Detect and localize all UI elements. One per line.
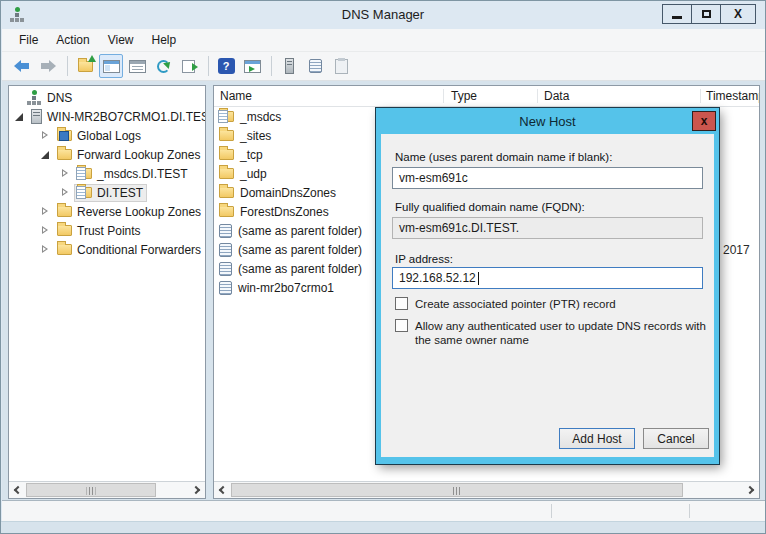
menu-bar: File Action View Help [2, 29, 766, 52]
minimize-button[interactable] [662, 4, 692, 24]
record-name: _tcp [240, 148, 263, 162]
ip-input[interactable]: 192.168.52.12 [392, 267, 703, 289]
chevron-right-icon [746, 486, 754, 494]
zone-folder-icon [77, 187, 92, 198]
record-name: _udp [240, 167, 267, 181]
record-name: win-mr2bo7crmo1 [238, 281, 334, 295]
server-tool-button[interactable] [277, 54, 301, 78]
close-button[interactable]: X [720, 4, 756, 24]
tree-item-global-logs[interactable]: Global Logs [9, 126, 205, 145]
ip-value: 192.168.52.12 [399, 271, 476, 285]
collapse-icon[interactable] [13, 110, 26, 123]
expand-icon[interactable] [59, 186, 72, 199]
tree-item-reverse-lookup-zones[interactable]: Reverse Lookup Zones [9, 202, 205, 221]
scroll-left-button[interactable] [9, 482, 25, 498]
expand-icon[interactable] [59, 167, 72, 180]
expand-icon[interactable] [39, 224, 52, 237]
export-folder-button[interactable] [73, 54, 97, 78]
zone-folder-icon [219, 111, 234, 122]
scrollbar-thumb[interactable] [231, 483, 683, 497]
column-divider [443, 89, 444, 103]
dialog-title: New Host [519, 114, 575, 129]
dialog-title-bar: New Host [381, 108, 714, 134]
menu-action[interactable]: Action [47, 29, 98, 52]
dialog-body: Name (uses parent domain name if blank):… [381, 134, 714, 457]
status-bar [2, 500, 766, 521]
tree-item-server[interactable]: WIN-MR2BO7CRMO1.DI.TEST [9, 107, 205, 126]
column-header-timestamp[interactable]: Timestamp [706, 86, 759, 107]
ip-label: IP address: [395, 253, 453, 265]
ptr-checkbox-row: Create associated pointer (PTR) record [395, 297, 616, 311]
selected-tree-item[interactable]: DI.TEST [74, 184, 147, 202]
properties-icon [129, 60, 146, 73]
folder-icon [219, 168, 234, 179]
forward-button[interactable] [36, 54, 60, 78]
name-input[interactable]: vm-esm691c [392, 167, 703, 189]
column-divider [700, 89, 701, 103]
tree-item-label: Forward Lookup Zones [77, 148, 200, 162]
record-icon [219, 224, 232, 238]
tree-item-di-test-zone[interactable]: DI.TEST [9, 183, 205, 202]
zone-folder-icon [77, 168, 92, 179]
record-name: _sites [240, 129, 271, 143]
expand-icon[interactable] [39, 243, 52, 256]
record-name: (same as parent folder) [238, 262, 362, 276]
window-frame-bottom [1, 521, 766, 534]
menu-view[interactable]: View [99, 29, 143, 52]
expand-icon[interactable] [39, 205, 52, 218]
console-tree-toggle-button[interactable] [99, 54, 123, 78]
statusbar-divider [551, 504, 552, 518]
collapse-icon[interactable] [39, 148, 52, 161]
toolbar-separator [67, 56, 68, 76]
folder-icon [219, 206, 234, 217]
refresh-button[interactable] [151, 54, 175, 78]
tree-item-forward-lookup-zones[interactable]: Forward Lookup Zones [9, 145, 205, 164]
maximize-button[interactable] [691, 4, 721, 24]
allow-update-checkbox-label: Allow any authenticated user to update D… [415, 319, 713, 347]
add-host-button[interactable]: Add Host [559, 428, 635, 449]
server-icon [31, 109, 42, 124]
help-button[interactable]: ? [214, 54, 238, 78]
ptr-checkbox[interactable] [395, 297, 408, 310]
allow-update-checkbox[interactable] [395, 319, 408, 332]
record-name: _msdcs [240, 110, 281, 124]
expand-icon[interactable] [39, 129, 52, 142]
toolbar: ? [2, 52, 766, 81]
export-list-icon [182, 60, 195, 73]
back-button[interactable] [10, 54, 34, 78]
list-horizontal-scrollbar[interactable] [214, 481, 759, 498]
scroll-left-button[interactable] [214, 482, 230, 498]
cancel-button[interactable]: Cancel [643, 428, 709, 449]
menu-file[interactable]: File [10, 29, 47, 52]
new-window-button[interactable] [240, 54, 264, 78]
record-list-button[interactable] [303, 54, 327, 78]
tree-item-msdcs-zone[interactable]: _msdcs.DI.TEST [9, 164, 205, 183]
console-tree-panel: DNS WIN-MR2BO7CRMO1.DI.TEST Global Logs … [8, 85, 206, 499]
tree-horizontal-scrollbar[interactable] [9, 481, 205, 498]
column-header-data[interactable]: Data [544, 86, 569, 107]
record-name: (same as parent folder) [238, 243, 362, 257]
scrollbar-thumb[interactable] [26, 483, 156, 497]
column-header-type[interactable]: Type [451, 86, 477, 107]
tree-item-dns[interactable]: DNS [9, 88, 205, 107]
record-name: DomainDnsZones [240, 186, 336, 200]
clipboard-button[interactable] [329, 54, 353, 78]
column-header-name[interactable]: Name [220, 86, 252, 107]
ptr-checkbox-label: Create associated pointer (PTR) record [415, 297, 616, 311]
tree-item-conditional-forwarders[interactable]: Conditional Forwarders [9, 240, 205, 259]
fqdn-field: vm-esm691c.DI.TEST. [392, 217, 703, 239]
allow-update-checkbox-row: Allow any authenticated user to update D… [395, 319, 713, 347]
dialog-close-button[interactable]: x [692, 111, 716, 131]
text-caret [478, 272, 479, 285]
list-header: Name Type Data Timestamp [214, 86, 759, 107]
scroll-right-button[interactable] [189, 482, 205, 498]
tree-item-trust-points[interactable]: Trust Points [9, 221, 205, 240]
scroll-right-button[interactable] [743, 482, 759, 498]
menu-help[interactable]: Help [143, 29, 186, 52]
record-icon [219, 262, 232, 276]
properties-button[interactable] [125, 54, 149, 78]
column-divider [537, 89, 538, 103]
folder-icon [78, 61, 93, 72]
export-list-button[interactable] [177, 54, 201, 78]
tree-item-label: Trust Points [77, 224, 141, 238]
